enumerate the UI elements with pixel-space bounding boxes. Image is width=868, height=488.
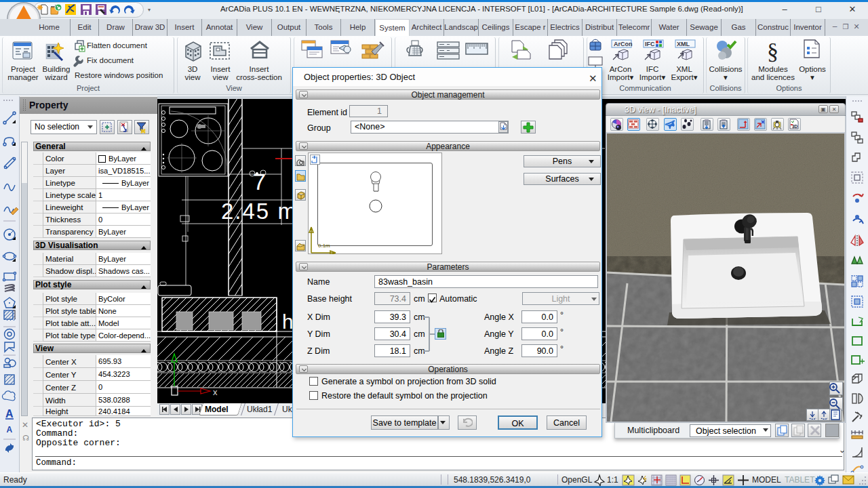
- svg-text:2.45 m: 2.45 m: [221, 199, 298, 224]
- svg-text:IFC: IFC: [645, 41, 655, 47]
- svg-text:A: A: [5, 408, 14, 420]
- svg-text:7: 7: [253, 169, 266, 195]
- svg-text:§: §: [767, 39, 778, 64]
- svg-text:x: x: [213, 387, 218, 397]
- svg-text:XML: XML: [677, 41, 690, 47]
- svg-text:0.1m: 0.1m: [318, 243, 330, 249]
- svg-text:A: A: [7, 425, 13, 434]
- svg-text:ArCon: ArCon: [614, 41, 633, 47]
- svg-text:3D: 3D: [792, 124, 798, 129]
